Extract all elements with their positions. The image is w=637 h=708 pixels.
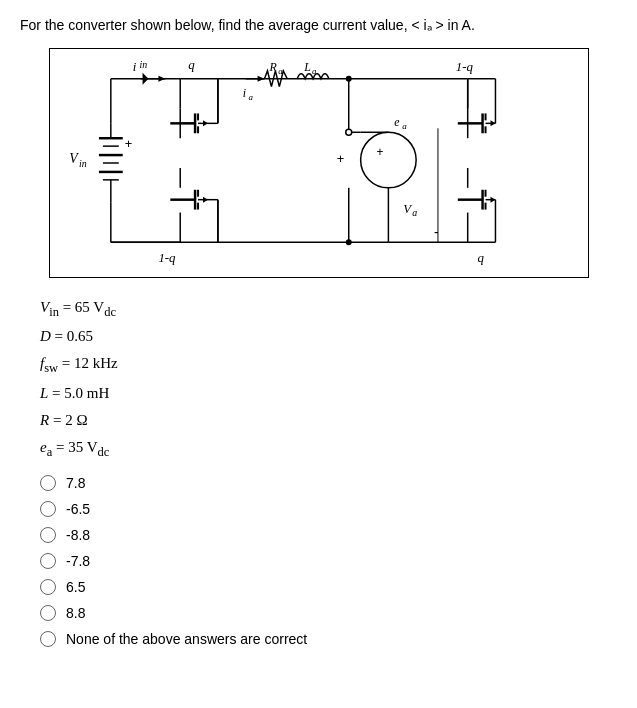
answer-options: 7.8 -6.5 -8.8 -7.8 6.5 8.8 None of the a… <box>40 475 617 647</box>
param-fsw: fsw = 12 kHz <box>40 350 617 380</box>
radio-1[interactable] <box>40 475 56 491</box>
svg-text:e: e <box>394 115 399 129</box>
option-label-1: 7.8 <box>66 475 85 491</box>
option-3[interactable]: -8.8 <box>40 527 617 543</box>
option-label-6: 8.8 <box>66 605 85 621</box>
question-text: For the converter shown below, find the … <box>20 16 617 36</box>
svg-text:i: i <box>132 59 136 73</box>
param-l: L = 5.0 mH <box>40 380 617 407</box>
svg-text:+: + <box>376 145 383 159</box>
radio-7[interactable] <box>40 631 56 647</box>
circuit-diagram: + V in i in q <box>49 48 589 278</box>
svg-text:1-q: 1-q <box>455 59 473 73</box>
svg-text:1-q: 1-q <box>158 251 176 265</box>
svg-point-93 <box>345 239 351 245</box>
svg-text:a: a <box>402 121 407 131</box>
radio-2[interactable] <box>40 501 56 517</box>
option-label-4: -7.8 <box>66 553 90 569</box>
svg-marker-23 <box>203 120 208 126</box>
radio-4[interactable] <box>40 553 56 569</box>
radio-5[interactable] <box>40 579 56 595</box>
svg-marker-40 <box>203 196 208 202</box>
svg-marker-50 <box>257 75 264 81</box>
param-d: D = 0.65 <box>40 323 617 350</box>
svg-text:+: + <box>124 136 132 151</box>
svg-text:q: q <box>188 57 195 71</box>
svg-marker-31 <box>142 72 148 84</box>
parameters: Vin = 65 Vdc D = 0.65 fsw = 12 kHz L = 5… <box>40 294 617 464</box>
svg-text:V: V <box>69 151 79 166</box>
svg-marker-28 <box>158 75 165 81</box>
option-label-2: -6.5 <box>66 501 90 517</box>
svg-text:+: + <box>336 151 344 166</box>
svg-text:in: in <box>79 158 87 169</box>
radio-6[interactable] <box>40 605 56 621</box>
param-r: R = 2 Ω <box>40 407 617 434</box>
param-vin: Vin = 65 Vdc <box>40 294 617 324</box>
svg-text:in: in <box>139 58 147 69</box>
param-ea: ea = 35 Vdc <box>40 434 617 464</box>
option-2[interactable]: -6.5 <box>40 501 617 517</box>
option-label-3: -8.8 <box>66 527 90 543</box>
radio-3[interactable] <box>40 527 56 543</box>
option-1[interactable]: 7.8 <box>40 475 617 491</box>
option-label-5: 6.5 <box>66 579 85 595</box>
svg-text:a: a <box>412 206 417 217</box>
option-4[interactable]: -7.8 <box>40 553 617 569</box>
option-label-7: None of the above answers are correct <box>66 631 307 647</box>
svg-text:i: i <box>242 85 245 99</box>
option-7[interactable]: None of the above answers are correct <box>40 631 617 647</box>
svg-point-54 <box>360 132 416 188</box>
svg-text:a: a <box>248 91 253 101</box>
svg-point-95 <box>345 129 351 135</box>
svg-text:L: L <box>303 59 311 73</box>
option-5[interactable]: 6.5 <box>40 579 617 595</box>
svg-text:q: q <box>477 251 484 265</box>
option-6[interactable]: 8.8 <box>40 605 617 621</box>
